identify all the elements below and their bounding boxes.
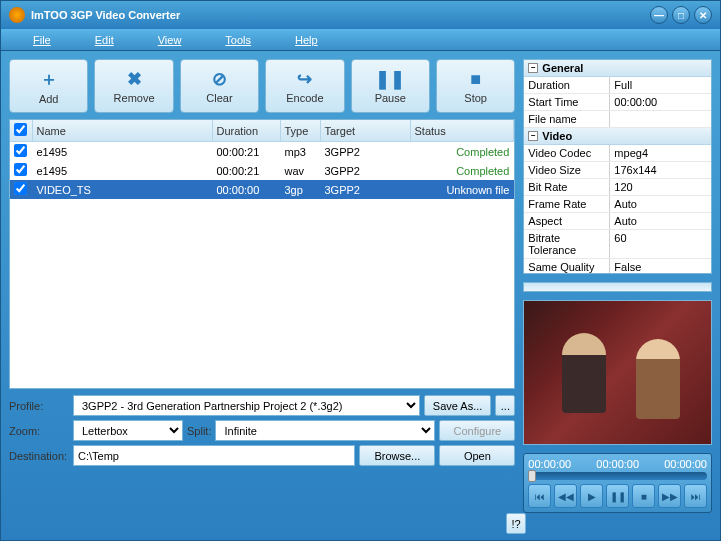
stop-play-button[interactable]: ■ <box>632 484 655 508</box>
app-icon <box>9 7 25 23</box>
profile-label: Profile: <box>9 400 69 412</box>
playback-panel: 00:00:00 00:00:00 00:00:00 ⏮◀◀▶❚❚■▶▶⏭ <box>523 453 712 513</box>
prop-row[interactable]: Bitrate Tolerance60 <box>524 230 711 259</box>
row-checkbox[interactable] <box>14 144 27 157</box>
remove-button-icon: ✖ <box>127 68 142 90</box>
pause-button[interactable]: ❚❚Pause <box>351 59 430 113</box>
col-duration[interactable]: Duration <box>212 120 280 142</box>
pause-play-button[interactable]: ❚❚ <box>606 484 629 508</box>
col-target[interactable]: Target <box>320 120 410 142</box>
forward-button[interactable]: ▶▶ <box>658 484 681 508</box>
split-label: Split: <box>187 425 211 437</box>
table-row[interactable]: VIDEO_TS00:00:003gp3GPP2Unknown file <box>10 180 514 199</box>
prop-row[interactable]: Frame RateAuto <box>524 196 711 213</box>
prop-row[interactable]: AspectAuto <box>524 213 711 230</box>
stop-button-icon: ■ <box>470 69 481 90</box>
clear-button-icon: ⊘ <box>212 68 227 90</box>
prop-row[interactable]: Bit Rate120 <box>524 179 711 196</box>
titlebar: ImTOO 3GP Video Converter — □ ✕ <box>1 1 720 29</box>
menu-tools[interactable]: Tools <box>203 31 273 49</box>
prop-group-general[interactable]: −General <box>524 60 711 77</box>
col-type[interactable]: Type <box>280 120 320 142</box>
table-row[interactable]: e149500:00:21wav3GPP2Completed <box>10 161 514 180</box>
saveas-button[interactable]: Save As... <box>424 395 492 416</box>
properties-scrollbar[interactable] <box>523 282 712 292</box>
destination-label: Destination: <box>9 450 69 462</box>
configure-button[interactable]: Configure <box>439 420 515 441</box>
playback-buttons: ⏮◀◀▶❚❚■▶▶⏭ <box>528 484 707 508</box>
browse-button[interactable]: Browse... <box>359 445 435 466</box>
prop-row[interactable]: Video Size176x144 <box>524 162 711 179</box>
rewind-button[interactable]: ◀◀ <box>554 484 577 508</box>
menu-view[interactable]: View <box>136 31 204 49</box>
menubar: FileEditViewToolsHelp <box>1 29 720 51</box>
encode-button[interactable]: ↪Encode <box>265 59 344 113</box>
row-checkbox[interactable] <box>14 163 27 176</box>
menu-edit[interactable]: Edit <box>73 31 136 49</box>
menu-help[interactable]: Help <box>273 31 340 49</box>
encode-button-icon: ↪ <box>297 68 312 90</box>
select-all-checkbox[interactable] <box>14 123 27 136</box>
profile-more-button[interactable]: ... <box>495 395 515 416</box>
prop-group-video[interactable]: −Video <box>524 128 711 145</box>
play-button[interactable]: ▶ <box>580 484 603 508</box>
maximize-button[interactable]: □ <box>672 6 690 24</box>
zoom-select[interactable]: Letterbox <box>73 420 183 441</box>
preview-window <box>523 300 712 445</box>
close-button[interactable]: ✕ <box>694 6 712 24</box>
col-status[interactable]: Status <box>410 120 514 142</box>
toolbar: ＋Add✖Remove⊘Clear↪Encode❚❚Pause■Stop <box>9 59 515 113</box>
add-button[interactable]: ＋Add <box>9 59 88 113</box>
prop-row[interactable]: DurationFull <box>524 77 711 94</box>
prop-row[interactable]: Start Time00:00:00 <box>524 94 711 111</box>
clear-button[interactable]: ⊘Clear <box>180 59 259 113</box>
stop-button[interactable]: ■Stop <box>436 59 515 113</box>
seek-slider[interactable] <box>528 472 707 480</box>
menu-file[interactable]: File <box>11 31 73 49</box>
prop-row[interactable]: Video Codecmpeg4 <box>524 145 711 162</box>
zoom-label: Zoom: <box>9 425 69 437</box>
prop-row[interactable]: Same QualityFalse <box>524 259 711 274</box>
add-button-icon: ＋ <box>40 67 58 91</box>
time-end: 00:00:00 <box>664 458 707 470</box>
row-checkbox[interactable] <box>14 182 27 195</box>
destination-input[interactable] <box>73 445 355 466</box>
minimize-button[interactable]: — <box>650 6 668 24</box>
help-button[interactable]: !? <box>506 513 526 534</box>
properties-panel[interactable]: −GeneralDurationFullStart Time00:00:00Fi… <box>523 59 712 274</box>
next-button[interactable]: ⏭ <box>684 484 707 508</box>
remove-button[interactable]: ✖Remove <box>94 59 173 113</box>
collapse-icon[interactable]: − <box>528 131 538 141</box>
table-row[interactable]: e149500:00:21mp33GPP2Completed <box>10 142 514 162</box>
split-select[interactable]: Infinite <box>215 420 435 441</box>
pause-button-icon: ❚❚ <box>375 68 405 90</box>
file-table[interactable]: NameDurationTypeTargetStatus e149500:00:… <box>9 119 515 389</box>
open-button[interactable]: Open <box>439 445 515 466</box>
table-header-row: NameDurationTypeTargetStatus <box>10 120 514 142</box>
app-title: ImTOO 3GP Video Converter <box>31 9 180 21</box>
col-name[interactable]: Name <box>32 120 212 142</box>
time-mid: 00:00:00 <box>596 458 639 470</box>
time-start: 00:00:00 <box>528 458 571 470</box>
prop-row[interactable]: File name <box>524 111 711 128</box>
prev-button[interactable]: ⏮ <box>528 484 551 508</box>
profile-select[interactable]: 3GPP2 - 3rd Generation Partnership Proje… <box>73 395 420 416</box>
collapse-icon[interactable]: − <box>528 63 538 73</box>
